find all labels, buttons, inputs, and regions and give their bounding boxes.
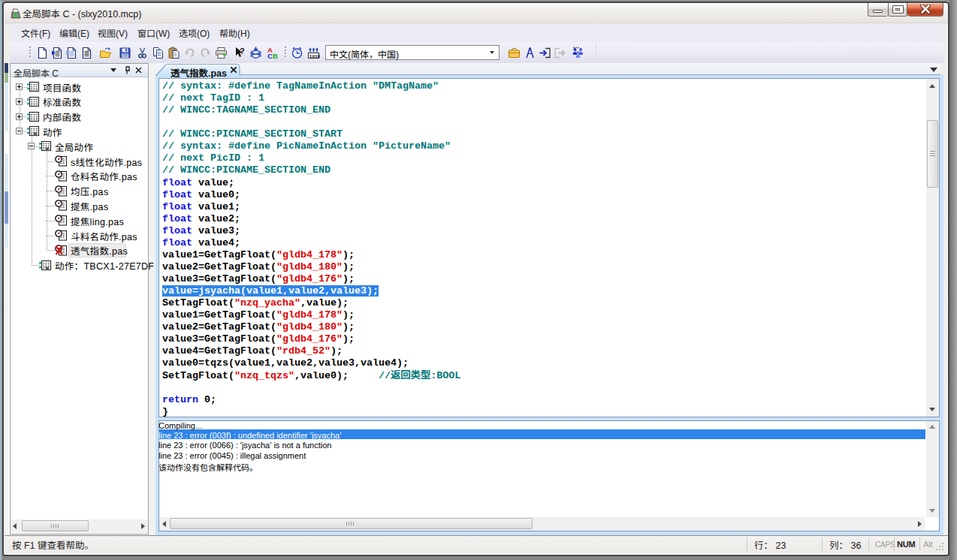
svg-text:?: ? xyxy=(240,47,245,56)
svg-text:B: B xyxy=(273,52,278,59)
svg-text:1010: 1010 xyxy=(309,53,319,59)
svg-text:C: C xyxy=(14,11,19,19)
svg-text:C: C xyxy=(267,52,273,59)
